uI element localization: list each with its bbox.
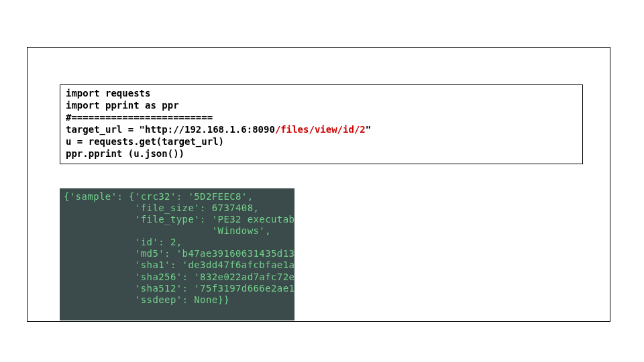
code-line: u = requests.get(target_url)	[66, 136, 577, 148]
python-code-box: import requests import pprint as ppr #==…	[60, 84, 583, 164]
output-line: 'id': 2,	[64, 237, 290, 248]
code-line: ppr.pprint (u.json())	[66, 148, 577, 160]
output-line: 'sha256': '832e022ad7afc72e	[64, 272, 290, 283]
output-line: 'file_size': 6737408,	[64, 202, 290, 214]
url-path-highlight: /files/view/id/2	[275, 124, 366, 135]
output-line: 'file_type': 'PE32 executab	[64, 214, 290, 225]
output-line: {'sample': {'crc32': '5D2FEEC8',	[64, 191, 290, 202]
output-line: 'md5': 'b47ae39160631435d13	[64, 248, 290, 259]
output-line: 'ssdeep': None}}	[64, 294, 290, 306]
output-line: 'sha512': '75f3197d666e2ae1	[64, 283, 290, 294]
output-line: 'sha1': 'de3dd47f6afcbfae1a	[64, 259, 290, 271]
code-line: target_url = "http://192.168.1.6:8090/fi…	[66, 124, 577, 136]
output-line: 'Windows',	[64, 225, 290, 237]
code-line: import requests	[66, 88, 577, 100]
terminal-output-box: {'sample': {'crc32': '5D2FEEC8', 'file_s…	[60, 188, 294, 320]
slide-frame: import requests import pprint as ppr #==…	[27, 47, 610, 322]
code-line: import pprint as ppr	[66, 100, 577, 112]
code-line: #=========================	[66, 112, 577, 124]
